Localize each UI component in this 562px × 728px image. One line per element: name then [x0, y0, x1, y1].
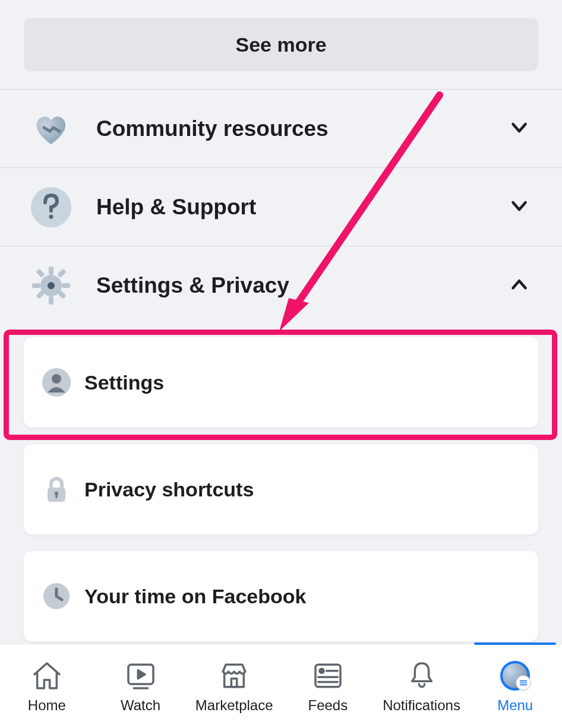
see-more-label: See more	[235, 33, 326, 56]
nav-label: Feeds	[308, 697, 348, 714]
section-community-resources[interactable]: Community resources	[0, 89, 562, 167]
svg-rect-9	[57, 268, 67, 278]
nav-label: Watch	[121, 697, 160, 714]
settings-privacy-sublist: Settings Privacy shortcuts Your time	[0, 337, 562, 665]
person-circle-icon	[42, 368, 71, 397]
nav-marketplace[interactable]: Marketplace	[187, 644, 281, 728]
nav-notifications[interactable]: Notifications	[375, 644, 469, 728]
settings-item[interactable]: Settings	[24, 337, 538, 428]
section-label: Community resources	[96, 116, 509, 141]
clock-icon	[42, 581, 71, 611]
svg-rect-24	[315, 664, 340, 686]
svg-point-25	[320, 669, 324, 673]
svg-point-11	[48, 282, 55, 289]
marketplace-icon	[217, 659, 251, 692]
your-time-label: Your time on Facebook	[84, 585, 306, 608]
nav-label: Menu	[497, 697, 533, 714]
question-icon	[30, 186, 72, 229]
svg-marker-21	[138, 670, 145, 678]
svg-point-13	[52, 374, 61, 384]
privacy-shortcuts-label: Privacy shortcuts	[84, 478, 254, 501]
privacy-shortcuts-item[interactable]: Privacy shortcuts	[24, 444, 538, 534]
svg-rect-3	[49, 267, 53, 275]
lock-icon	[42, 474, 71, 504]
section-settings-privacy[interactable]: Settings & Privacy	[0, 246, 562, 324]
avatar	[500, 661, 530, 691]
chevron-down-icon	[509, 195, 532, 219]
svg-rect-23	[232, 678, 237, 686]
bottom-nav: Home Watch Marketplace Feeds	[0, 644, 562, 728]
gear-icon	[30, 264, 72, 307]
nav-watch[interactable]: Watch	[94, 644, 188, 728]
svg-point-1	[49, 214, 53, 219]
chevron-down-icon	[509, 117, 532, 141]
avatar-menu-icon	[500, 659, 530, 692]
bell-icon	[405, 659, 438, 692]
your-time-item[interactable]: Your time on Facebook	[24, 551, 538, 641]
handshake-heart-icon	[30, 107, 72, 150]
feeds-icon	[311, 659, 345, 692]
nav-label: Notifications	[383, 697, 460, 714]
section-help-support[interactable]: Help & Support	[0, 167, 562, 246]
svg-rect-6	[62, 283, 70, 288]
chevron-up-icon	[509, 274, 532, 297]
svg-rect-7	[36, 268, 45, 278]
nav-menu[interactable]: Menu	[468, 644, 562, 728]
section-label: Settings & Privacy	[96, 273, 509, 298]
see-more-button[interactable]: See more	[24, 18, 538, 71]
nav-label: Marketplace	[195, 697, 273, 714]
menu-screen: See more Community resources	[0, 18, 562, 657]
home-icon	[30, 659, 64, 692]
svg-rect-4	[49, 296, 53, 305]
svg-rect-5	[32, 283, 40, 288]
settings-item-label: Settings	[84, 371, 164, 394]
nav-home[interactable]: Home	[0, 644, 94, 728]
hamburger-icon	[516, 675, 531, 691]
nav-label: Home	[28, 697, 66, 714]
svg-rect-16	[56, 494, 58, 498]
nav-feeds[interactable]: Feeds	[281, 644, 375, 728]
watch-icon	[124, 659, 157, 692]
section-label: Help & Support	[96, 195, 509, 220]
